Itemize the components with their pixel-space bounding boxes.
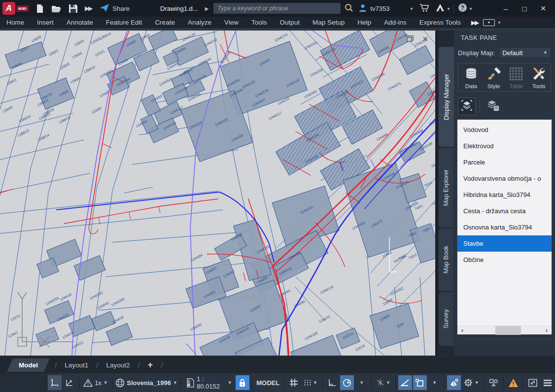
layer-item-cesta[interactable]: Cesta - državna cesta bbox=[457, 203, 552, 219]
scroll-right-icon[interactable]: › bbox=[542, 327, 552, 334]
tab-express-tools[interactable]: Express Tools bbox=[413, 19, 467, 26]
tab-layout2[interactable]: Layout2 bbox=[103, 361, 133, 369]
tab-tools[interactable]: Tools bbox=[245, 19, 274, 26]
style-button[interactable]: Style bbox=[484, 67, 504, 89]
polar-tracking-caret-button[interactable]: ▼ bbox=[355, 375, 369, 390]
tab-output[interactable]: Output bbox=[273, 19, 306, 26]
object-snap-tracking-button[interactable] bbox=[398, 375, 412, 390]
viewport-scale-button[interactable]: 1 : 80.0152 ▼ bbox=[183, 375, 235, 390]
sidetab-map-book[interactable]: Map Book bbox=[439, 229, 453, 291]
tab-view[interactable]: View bbox=[218, 19, 245, 26]
layer-item-parcele[interactable]: Parcele bbox=[457, 154, 552, 170]
tab-help[interactable]: Help bbox=[351, 19, 378, 26]
data-icon bbox=[464, 67, 478, 81]
viewport-lock-button[interactable] bbox=[236, 375, 249, 390]
tab-create[interactable]: Create bbox=[148, 19, 181, 26]
workspace-switching-button[interactable]: ▼ bbox=[462, 375, 481, 390]
layer-item-vodovarstvena[interactable]: Vodovarstvena območja - o bbox=[457, 170, 552, 187]
tab-layout1[interactable]: Layout1 bbox=[62, 361, 91, 369]
horizontal-scrollbar[interactable]: ‹ › bbox=[457, 326, 552, 334]
snap-mode-button[interactable]: ▼ bbox=[302, 375, 320, 390]
isometric-drafting-button[interactable]: ▼ bbox=[374, 375, 393, 390]
dynamic-ucs-button[interactable] bbox=[63, 375, 76, 390]
share-button[interactable]: Share bbox=[100, 3, 130, 14]
data-button[interactable]: Data bbox=[461, 67, 481, 89]
tab-map-setup[interactable]: Map Setup bbox=[306, 19, 351, 26]
task-pane-title: TASK PANE bbox=[454, 31, 555, 45]
tab-analyze[interactable]: Analyze bbox=[181, 19, 218, 26]
tools-button[interactable]: Tools bbox=[529, 67, 549, 89]
ribbon-tab-bar: Home Insert Annotate Feature Edit Create… bbox=[0, 17, 555, 28]
tab-separator: / bbox=[96, 361, 98, 369]
layer-item-hibridna-karta[interactable]: Hibridna karta_Slo3794 bbox=[457, 187, 552, 203]
close-button[interactable]: × bbox=[536, 3, 550, 14]
tab-home[interactable]: Home bbox=[0, 19, 31, 26]
drawing-restore-icon[interactable] bbox=[404, 33, 416, 44]
sidetab-display-manager[interactable]: Display Manager bbox=[439, 47, 454, 147]
share-label: Share bbox=[112, 5, 130, 12]
clean-screen-button[interactable] bbox=[526, 375, 540, 390]
layer-item-obcine[interactable]: Občine bbox=[457, 252, 552, 268]
help-icon[interactable]: ? bbox=[458, 3, 467, 14]
annotation-visibility-button[interactable] bbox=[447, 375, 461, 390]
drawing-close-icon[interactable]: ✕ bbox=[419, 33, 431, 44]
autodesk-app-icon[interactable] bbox=[435, 3, 445, 13]
title-bar: A M3D ▶▶ Share Drawing1.d... ▶ bbox=[0, 0, 555, 17]
user-account[interactable]: tv7353 bbox=[358, 3, 389, 14]
manage-layers-button[interactable] bbox=[484, 98, 502, 115]
title-arrow-icon[interactable]: ▶ bbox=[205, 6, 209, 11]
grid-display-button[interactable] bbox=[287, 375, 301, 390]
help-caret[interactable]: ▾ bbox=[469, 6, 472, 11]
scale-sheet-icon bbox=[186, 378, 195, 388]
tab-overflow-icon[interactable]: ▶▶ bbox=[471, 19, 478, 26]
save-icon[interactable] bbox=[69, 4, 78, 13]
layer-item-elektrovod[interactable]: Elektrovod bbox=[457, 138, 552, 154]
annotation-scale-button[interactable]: 1x ▼ bbox=[82, 375, 110, 390]
map-viewport[interactable]: 1283/81283/71283/61283/11283/21283/31283… bbox=[0, 31, 435, 356]
annotation-monitor-button[interactable] bbox=[506, 375, 520, 390]
sidetab-map-explorer[interactable]: Map Explorer bbox=[439, 148, 453, 228]
scrollbar-track[interactable] bbox=[467, 326, 542, 335]
scrollbar-thumb[interactable] bbox=[495, 326, 520, 335]
new-layout-button[interactable]: + bbox=[145, 360, 156, 370]
layer-item-osnovna-karta[interactable]: Osnovna karta_Slo3794 bbox=[457, 219, 552, 235]
pane-resize-handle[interactable] bbox=[459, 339, 550, 339]
quick-access-expand-icon[interactable]: ▶▶ bbox=[85, 5, 92, 12]
layer-item-vodovod[interactable]: Vodovod bbox=[457, 122, 552, 138]
ribbon-display-toggle-icon[interactable]: ▾ bbox=[483, 19, 495, 26]
ucs-axes-button[interactable] bbox=[48, 375, 62, 390]
tab-annotate[interactable]: Annotate bbox=[60, 19, 100, 26]
customization-menu-button[interactable] bbox=[541, 375, 555, 390]
search-icon[interactable] bbox=[345, 3, 353, 14]
cart-icon[interactable] bbox=[419, 3, 429, 14]
display-map-dropdown[interactable]: Default ▼ bbox=[499, 47, 551, 58]
lock-icon bbox=[239, 379, 246, 387]
display-map-row: Display Map: Default ▼ bbox=[454, 45, 555, 61]
new-file-icon[interactable] bbox=[35, 4, 44, 13]
object-snap-button[interactable] bbox=[413, 375, 427, 390]
groups-view-button[interactable] bbox=[458, 98, 476, 115]
open-folder-icon[interactable] bbox=[51, 4, 62, 13]
layer-item-stavbe[interactable]: Stavbe bbox=[457, 235, 552, 252]
tab-feature-edit[interactable]: Feature Edit bbox=[100, 19, 149, 26]
coordinate-system-button[interactable]: Slovenia_1996 ▼ bbox=[115, 375, 178, 390]
polar-tracking-button[interactable] bbox=[340, 375, 354, 390]
autocad-logo-icon[interactable]: A bbox=[2, 2, 15, 15]
minimize-button[interactable]: – bbox=[499, 4, 513, 13]
maximize-button[interactable]: □ bbox=[518, 4, 531, 13]
ribbon-toggle-caret[interactable]: ▾ bbox=[498, 20, 500, 25]
tab-model[interactable]: Model bbox=[7, 359, 50, 372]
sidetab-survey[interactable]: Survey bbox=[439, 292, 453, 346]
object-snap-caret-button[interactable]: ▼ bbox=[428, 375, 442, 390]
map-svg: 1283/81283/71283/61283/11283/21283/31283… bbox=[0, 31, 435, 356]
user-dropdown-caret[interactable]: ▾ bbox=[410, 6, 413, 11]
model-space-button[interactable]: MODEL bbox=[255, 375, 281, 390]
drawing-minimize-icon[interactable]: — bbox=[388, 33, 401, 44]
tab-add-ins[interactable]: Add-ins bbox=[378, 19, 413, 26]
scroll-left-icon[interactable]: ‹ bbox=[457, 327, 467, 334]
tab-insert[interactable]: Insert bbox=[31, 19, 60, 26]
ortho-mode-button[interactable] bbox=[325, 375, 339, 390]
autodesk-app-caret[interactable]: ▾ bbox=[447, 6, 450, 11]
quick-properties-button[interactable] bbox=[486, 375, 501, 390]
search-input[interactable] bbox=[213, 3, 341, 14]
